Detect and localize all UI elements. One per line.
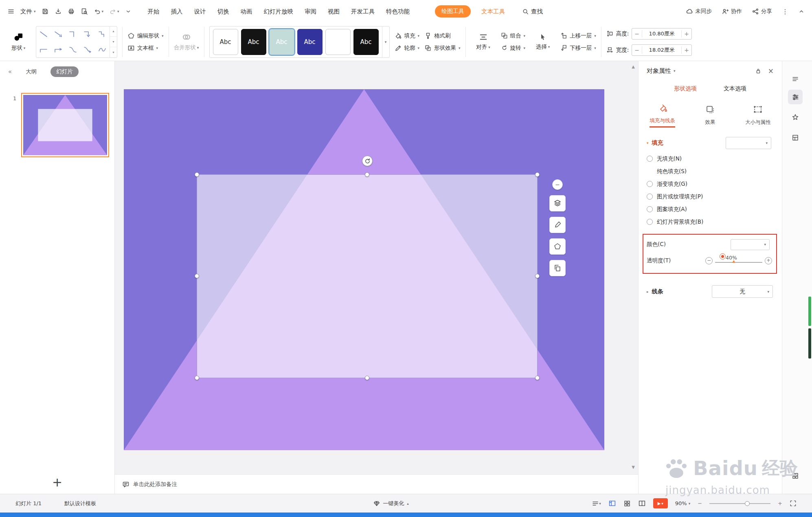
subtab-fill-line[interactable]: 填充与线条 (639, 97, 686, 133)
share-button[interactable]: 分享 (752, 8, 772, 15)
close-panel-icon[interactable]: × (768, 67, 774, 75)
caret-down-icon[interactable]: ▾ (674, 69, 676, 73)
transparency-decrement[interactable]: − (705, 257, 713, 264)
menu-tab-9[interactable]: 特色功能 (380, 5, 415, 18)
print-icon[interactable] (68, 8, 75, 15)
fill-option-5[interactable]: 幻灯片背景填充(B) (639, 216, 782, 228)
width-decrement[interactable]: − (632, 47, 642, 53)
double-elbow-icon[interactable] (95, 27, 109, 41)
res-handle-se[interactable] (535, 376, 540, 380)
main-menu-icon[interactable] (7, 8, 15, 15)
tab-outline[interactable]: 大纲 (20, 66, 42, 77)
app-grid-icon[interactable] (788, 469, 803, 483)
selected-rectangle-shape[interactable] (197, 174, 538, 378)
shape-effects-button[interactable]: 形状效果▾ (424, 44, 461, 52)
view-slide-sorter-icon[interactable] (623, 500, 631, 507)
res-handle-n[interactable] (365, 172, 369, 177)
slideshow-play-button[interactable]: ▶▾ (653, 498, 668, 508)
save-icon[interactable] (42, 8, 49, 15)
res-handle-sw[interactable] (195, 376, 199, 380)
zoom-slider[interactable] (709, 500, 770, 507)
send-backward-button[interactable]: 下移一层▾ (560, 44, 596, 52)
height-decrement[interactable]: − (632, 31, 642, 37)
slide[interactable] (124, 89, 604, 450)
more-menu-icon[interactable]: ⋮ (782, 8, 788, 15)
notes-toggle-icon[interactable]: ▾ (592, 500, 601, 507)
freeform-s-icon[interactable] (95, 43, 109, 57)
fill-option-1[interactable]: 纯色填充(S) (639, 165, 782, 178)
shape-style-preset-2[interactable]: Abc (269, 29, 294, 55)
fill-option-0[interactable]: 无填充(N) (639, 152, 782, 165)
smart-effects-icon[interactable] (788, 110, 803, 125)
pane-list-icon[interactable] (788, 72, 803, 86)
width-increment[interactable]: + (682, 47, 691, 53)
pin-lock-icon[interactable] (755, 68, 762, 74)
connector-arrow-icon[interactable] (51, 43, 65, 57)
undo-button[interactable]: ▾ (94, 8, 104, 15)
shape-style-preset-1[interactable]: Abc (241, 29, 266, 55)
group-button[interactable]: 组合▾ (501, 32, 526, 40)
fill-type-dropdown[interactable]: ▾ (726, 137, 771, 149)
fill-option-4[interactable]: 图案填充(A) (639, 203, 782, 216)
notes-bar[interactable]: 单击此处添加备注 (115, 474, 638, 494)
section-expand-icon[interactable]: ▾ (647, 141, 649, 145)
tab-text-options[interactable]: 文本选项 (724, 85, 746, 92)
width-stepper[interactable]: − 18.02厘米 + (632, 44, 692, 56)
menu-tab-3[interactable]: 切换 (212, 5, 235, 18)
tab-slides[interactable]: 幻灯片 (50, 66, 79, 77)
file-menu[interactable]: 文件▾ (20, 8, 36, 15)
collapse-panel-icon[interactable]: « (8, 68, 12, 75)
shape-style-preset-5[interactable]: Abc (353, 29, 379, 55)
shape-format-button[interactable] (549, 238, 566, 255)
elbow-icon[interactable] (66, 27, 80, 41)
copy-style-button[interactable] (549, 260, 566, 276)
template-name[interactable]: 默认设计模板 (64, 500, 96, 507)
fill-option-2[interactable]: 渐变填充(G) (639, 178, 782, 190)
merge-shapes-button[interactable]: 合并形状▾ (174, 32, 199, 51)
curve-arrow-icon[interactable] (81, 43, 94, 57)
res-handle-e[interactable] (535, 274, 540, 278)
menu-tab-2[interactable]: 设计 (189, 5, 212, 18)
collapse-ribbon-icon[interactable] (798, 8, 805, 15)
shape-style-preset-3[interactable]: Abc (297, 29, 323, 55)
tab-drawing-tools[interactable]: 绘图工具 (435, 5, 471, 18)
width-value[interactable]: 18.02厘米 (642, 46, 682, 54)
selection-pane-icon[interactable] (788, 130, 803, 145)
shape-fill-button[interactable]: 填充▾ (395, 32, 420, 40)
res-handle-ne[interactable] (535, 172, 540, 177)
gallery-dropdown[interactable]: ▾ (382, 26, 389, 57)
zoom-in-button[interactable]: + (778, 500, 782, 506)
fullscreen-icon[interactable] (790, 500, 797, 507)
elbow-arrow-icon[interactable] (81, 27, 94, 41)
height-stepper[interactable]: − 10.80厘米 + (632, 28, 692, 40)
scroll-up-arrow[interactable]: ▲ (632, 64, 635, 69)
scroll-down-arrow[interactable]: ▼ (632, 465, 635, 469)
fill-option-3[interactable]: 图片或纹理填充(P) (639, 190, 782, 203)
line-style-dropdown[interactable]: 无 ▾ (712, 285, 773, 298)
shape-style-preset-0[interactable]: Abc (213, 29, 238, 55)
res-handle-w[interactable] (195, 274, 199, 278)
line-arrow-icon[interactable] (51, 27, 65, 41)
redo-button[interactable]: ▾ (109, 8, 119, 15)
height-increment[interactable]: + (682, 31, 691, 37)
curve-icon[interactable] (66, 43, 80, 57)
transparency-increment[interactable]: + (765, 257, 772, 264)
collaborate-button[interactable]: 协作 (722, 8, 742, 15)
beautify-button[interactable]: 一键美化 ▴ (373, 500, 409, 507)
transparency-slider[interactable]: 40% ▲ (715, 256, 762, 265)
insert-shape-button[interactable]: 形状▾ (6, 32, 31, 52)
rotate-handle[interactable] (362, 156, 373, 166)
search-button[interactable]: 查找 (522, 8, 543, 15)
style-brush-button[interactable] (549, 217, 566, 233)
menu-tab-5[interactable]: 幻灯片放映 (258, 5, 299, 18)
menu-tab-0[interactable]: 开始 (142, 5, 165, 18)
shape-style-preset-4[interactable]: Abc (325, 29, 351, 55)
tab-text-tools[interactable]: 文本工具 (481, 8, 505, 15)
print-preview-icon[interactable] (81, 8, 88, 15)
bring-forward-button[interactable]: 上移一层▾ (560, 32, 596, 40)
subtab-size-props[interactable]: 大小与属性 (734, 97, 782, 133)
res-handle-nw[interactable] (195, 172, 199, 177)
menu-tab-8[interactable]: 开发工具 (345, 5, 380, 18)
zoom-level[interactable]: 90%▾ (675, 500, 690, 506)
transparency-marker[interactable]: ▲ (732, 259, 735, 263)
